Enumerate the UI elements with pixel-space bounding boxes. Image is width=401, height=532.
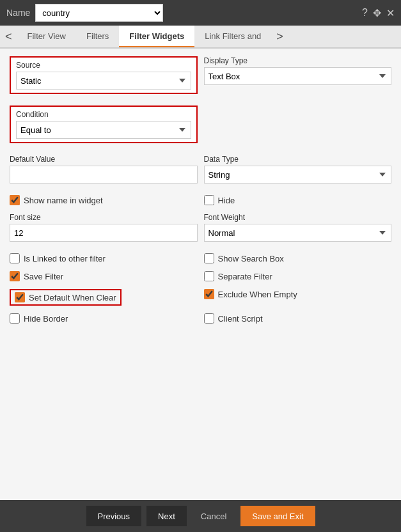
fontweight-group: Font Weight Normal — [204, 213, 392, 242]
condition-label: Condition — [16, 110, 191, 119]
displaytype-dropdown[interactable]: Text Box — [204, 67, 392, 85]
title-bar: Name country ? ✥ ✕ — [0, 0, 401, 26]
source-displaytype-row: Source Static Display Type Text Box — [10, 56, 391, 99]
hide-label: Hide — [218, 196, 235, 205]
islinked-showsearch-row: Is Linked to other filter Show Search Bo… — [10, 253, 391, 269]
tab-filters[interactable]: Filters — [76, 26, 119, 47]
displaytype-group: Display Type Text Box — [204, 56, 392, 85]
displaytype-col: Display Type Text Box — [204, 56, 392, 99]
showsearch-row: Show Search Box — [204, 253, 392, 263]
default-value-input[interactable] — [10, 166, 198, 184]
tab-filter-view[interactable]: Filter View — [17, 26, 76, 47]
islinked-row: Is Linked to other filter — [10, 253, 198, 263]
clientscript-label: Client Script — [218, 314, 263, 324]
fontweight-dropdown[interactable]: Normal — [204, 224, 392, 242]
tab-next-btn[interactable]: > — [271, 26, 288, 47]
clientscript-checkbox[interactable] — [204, 313, 214, 324]
save-exit-button[interactable]: Save and Exit — [240, 506, 315, 526]
setdefault-exclude-row: Set Default When Clear Exclude When Empt… — [10, 289, 391, 311]
setdefault-checkbox[interactable] — [15, 292, 25, 302]
savefilter-label: Save Filter — [24, 272, 63, 281]
islinked-checkbox[interactable] — [10, 253, 20, 263]
showname-col: Show name in widget — [10, 195, 198, 210]
exclude-label: Exclude When Empty — [218, 290, 297, 299]
default-value-group: Default Value — [10, 155, 198, 184]
exclude-row: Exclude When Empty — [204, 289, 392, 299]
showname-hide-row: Show name in widget Hide — [10, 195, 391, 210]
fontsize-col: Font size — [10, 213, 198, 247]
exclude-checkbox[interactable] — [204, 289, 214, 299]
move-icon[interactable]: ✥ — [373, 7, 381, 19]
datatype-label: Data Type — [204, 155, 392, 164]
clientscript-col: Client Script — [204, 313, 392, 329]
source-dropdown[interactable]: Static — [16, 72, 191, 90]
savefilter-row: Save Filter — [10, 271, 198, 281]
datatype-dropdown[interactable]: String — [204, 166, 392, 184]
showsearch-checkbox[interactable] — [204, 253, 214, 263]
islinked-label: Is Linked to other filter — [24, 254, 106, 263]
hide-checkbox[interactable] — [204, 195, 214, 205]
exclude-col: Exclude When Empty — [204, 289, 392, 311]
datatype-col: Data Type String — [204, 155, 392, 189]
separate-checkbox[interactable] — [204, 271, 214, 281]
hideborder-checkbox[interactable] — [10, 313, 20, 324]
hide-col: Hide — [204, 195, 392, 210]
condition-right-spacer — [204, 106, 392, 148]
fontweight-label: Font Weight — [204, 213, 392, 222]
hide-row: Hide — [204, 195, 392, 205]
default-value-col: Default Value — [10, 155, 198, 189]
fontsize-group: Font size — [10, 213, 198, 242]
separate-row: Separate Filter — [204, 271, 392, 281]
savefilter-checkbox[interactable] — [10, 271, 20, 281]
condition-col: Condition Equal to — [10, 106, 198, 148]
separate-label: Separate Filter — [218, 272, 272, 281]
footer: Previous Next Cancel Save and Exit — [0, 500, 401, 532]
tabs-bar: < Filter View Filters Filter Widgets Lin… — [0, 26, 401, 49]
fontsize-input[interactable] — [10, 224, 198, 242]
previous-button[interactable]: Previous — [86, 506, 142, 526]
condition-row: Condition Equal to — [10, 106, 391, 148]
setdefault-row: Set Default When Clear — [10, 289, 198, 306]
datatype-group: Data Type String — [204, 155, 392, 184]
tab-link-filters[interactable]: Link Filters and — [194, 26, 271, 47]
displaytype-label: Display Type — [204, 56, 392, 65]
condition-group: Condition Equal to — [10, 106, 198, 143]
source-label: Source — [16, 61, 191, 70]
tab-filter-widgets[interactable]: Filter Widgets — [119, 26, 194, 47]
showsearch-col: Show Search Box — [204, 253, 392, 269]
savefilter-separate-row: Save Filter Separate Filter — [10, 271, 391, 286]
next-button[interactable]: Next — [146, 506, 187, 526]
islinked-col: Is Linked to other filter — [10, 253, 198, 269]
setdefault-bordered: Set Default When Clear — [10, 289, 122, 306]
help-icon[interactable]: ? — [362, 7, 368, 19]
tab-prev-btn[interactable]: < — [0, 26, 17, 47]
default-datatype-row: Default Value Data Type String — [10, 155, 391, 189]
setdefault-label: Set Default When Clear — [29, 293, 116, 302]
source-group: Source Static — [10, 56, 198, 94]
showsearch-label: Show Search Box — [218, 254, 284, 263]
source-col: Source Static — [10, 56, 198, 99]
separate-col: Separate Filter — [204, 271, 392, 286]
hideborder-col: Hide Border — [10, 313, 198, 329]
title-icons: ? ✥ ✕ — [362, 7, 395, 19]
fontweight-col: Font Weight Normal — [204, 213, 392, 247]
savefilter-col: Save Filter — [10, 271, 198, 286]
cancel-button[interactable]: Cancel — [192, 506, 235, 526]
condition-dropdown[interactable]: Equal to — [16, 121, 191, 139]
showname-row: Show name in widget — [10, 195, 198, 205]
default-value-label: Default Value — [10, 155, 198, 164]
form-content: Source Static Display Type Text Box Cond… — [0, 49, 401, 500]
fontsize-label: Font size — [10, 213, 198, 222]
setdefault-col: Set Default When Clear — [10, 289, 198, 311]
hideborder-row: Hide Border — [10, 313, 198, 324]
clientscript-row: Client Script — [204, 313, 392, 324]
name-label: Name — [6, 8, 30, 18]
showname-checkbox[interactable] — [10, 195, 20, 205]
hideborder-clientscript-row: Hide Border Client Script — [10, 313, 391, 329]
name-dropdown[interactable]: country — [35, 4, 163, 22]
fontsize-fontweight-row: Font size Font Weight Normal — [10, 213, 391, 247]
close-icon[interactable]: ✕ — [386, 7, 395, 19]
showname-label: Show name in widget — [24, 196, 103, 205]
hideborder-label: Hide Border — [24, 314, 68, 324]
